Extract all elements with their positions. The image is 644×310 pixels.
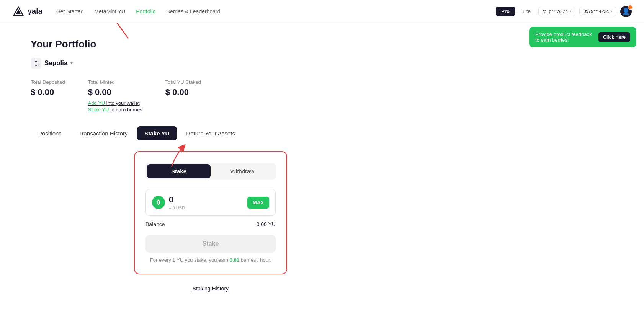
notification-badge	[628, 5, 633, 10]
balance-value: 0.00 YU	[257, 221, 276, 227]
eth-icon: ⬡	[31, 58, 41, 69]
stat-staked-label: Total YU Staked	[165, 79, 201, 85]
wallet-dropdown[interactable]: 0x79***423c ▾	[579, 7, 616, 16]
stat-minted-links: Add YU into your wallet Stake YU to earn…	[88, 100, 142, 113]
network-chevron-icon: ▾	[70, 60, 73, 66]
feedback-banner: Provide product feedback to earn berries…	[529, 27, 636, 47]
network-name: Sepolia	[44, 59, 67, 67]
stat-minted-label: Total Minted	[88, 79, 142, 85]
yu-coin-icon: ₿	[152, 196, 165, 209]
network-selector[interactable]: ⬡ Sepolia ▾	[31, 58, 391, 69]
main-nav: Get Started MetaMint YU Portfolio Berrie…	[56, 8, 221, 15]
staking-history-link[interactable]: Staking History	[193, 286, 229, 292]
toggle-withdraw[interactable]: Withdraw	[211, 164, 274, 178]
header-left: yala Get Started MetaMint YU Portfolio B…	[12, 5, 220, 18]
stake-info-text: For every 1 YU you stake, you earn	[150, 257, 228, 263]
nav-metamint[interactable]: MetaMint YU	[95, 8, 126, 15]
stake-yu-link[interactable]: Stake YU to earn berries	[88, 107, 142, 113]
main-content: Your Portfolio ⬡ Sepolia ▾ Total Deposit…	[0, 23, 421, 307]
nav-get-started[interactable]: Get Started	[56, 8, 84, 15]
stat-deposited-label: Total Deposited	[31, 79, 65, 85]
stat-deposited-value: $ 0.00	[31, 87, 65, 97]
wallet-label: 0x79***423c	[584, 9, 609, 14]
max-button[interactable]: MAX	[247, 197, 269, 209]
wallet-chevron-icon: ▾	[610, 9, 612, 13]
stake-card-wrapper: Stake Withdraw ₿ 0 = 0 USD MAX Balance 0…	[31, 151, 391, 274]
amount-info: 0 = 0 USD	[169, 195, 185, 210]
tab-positions[interactable]: Positions	[31, 126, 69, 140]
feedback-click-here[interactable]: Click Here	[598, 32, 630, 42]
tab-return-assets[interactable]: Return Your Assets	[178, 126, 243, 140]
amount-left: ₿ 0 = 0 USD	[152, 195, 185, 210]
stake-info-suffix: berries / hour.	[241, 257, 271, 263]
lite-button[interactable]: Lite	[519, 7, 534, 16]
stake-info: For every 1 YU you stake, you earn 0.01 …	[145, 257, 276, 263]
nav-berries[interactable]: Berries & Leaderboard	[167, 8, 221, 15]
account-chevron-icon: ▾	[569, 9, 571, 13]
toggle-stake[interactable]: Stake	[147, 164, 211, 178]
logo-icon	[12, 5, 25, 18]
staking-history-wrapper: Staking History	[31, 285, 391, 292]
pro-button[interactable]: Pro	[496, 7, 515, 16]
logo-text: yala	[28, 7, 42, 16]
stat-total-staked: Total YU Staked $ 0.00	[165, 79, 201, 113]
page-title: Your Portfolio	[31, 38, 391, 50]
account-dropdown[interactable]: tb1p***w32n ▾	[538, 7, 575, 16]
amount-usd: = 0 USD	[169, 206, 185, 210]
account-label: tb1p***w32n	[543, 9, 568, 14]
amount-input-area[interactable]: ₿ 0 = 0 USD MAX	[145, 189, 276, 216]
stat-minted-value: $ 0.00	[88, 87, 142, 97]
balance-label: Balance	[145, 221, 165, 227]
stake-rate: 0.01	[230, 257, 239, 263]
stat-total-minted: Total Minted $ 0.00 Add YU into your wal…	[88, 79, 142, 113]
stake-action-button[interactable]: Stake	[145, 235, 276, 253]
nav-portfolio[interactable]: Portfolio	[136, 8, 155, 15]
logo[interactable]: yala	[12, 5, 42, 18]
stats-row: Total Deposited $ 0.00 Total Minted $ 0.…	[31, 79, 391, 113]
avatar[interactable]: 👤	[620, 6, 632, 17]
feedback-text: Provide product feedback to earn berries…	[535, 31, 594, 43]
header: yala Get Started MetaMint YU Portfolio B…	[0, 0, 644, 23]
tab-transaction-history[interactable]: Transaction History	[71, 126, 136, 140]
tabs: Positions Transaction History Stake YU R…	[31, 126, 391, 140]
tab-stake-yu[interactable]: Stake YU	[137, 126, 177, 140]
stat-staked-value: $ 0.00	[165, 87, 201, 97]
stake-card: Stake Withdraw ₿ 0 = 0 USD MAX Balance 0…	[134, 151, 287, 274]
header-right: Pro Lite tb1p***w32n ▾ 0x79***423c ▾ 👤	[496, 6, 632, 17]
balance-row: Balance 0.00 YU	[145, 221, 276, 227]
stake-toggle: Stake Withdraw	[145, 163, 276, 180]
amount-value: 0	[169, 195, 185, 205]
stat-total-deposited: Total Deposited $ 0.00	[31, 79, 65, 113]
add-yu-link[interactable]: Add YU into your wallet	[88, 100, 142, 106]
tabs-section: Positions Transaction History Stake YU R…	[31, 126, 391, 140]
